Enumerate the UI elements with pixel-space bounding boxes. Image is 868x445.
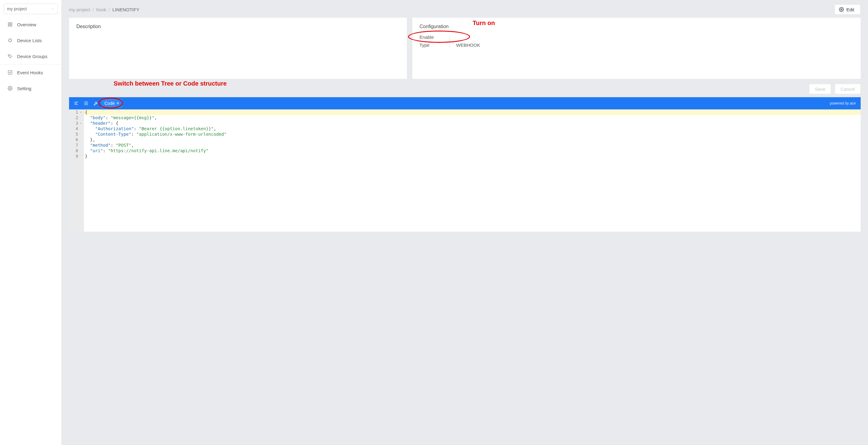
project-selector[interactable]: my project [4, 4, 58, 14]
code-line[interactable]: { [84, 110, 861, 115]
activity-icon [7, 70, 13, 75]
grid-icon [7, 22, 13, 27]
config-key: Type [420, 42, 449, 48]
cards-row: Description Configuration Enable : Type … [62, 18, 868, 79]
code-line[interactable]: "method": "POST", [84, 142, 861, 148]
cancel-button[interactable]: Cancel [835, 84, 861, 94]
line-number: 5 [72, 131, 82, 137]
line-number: 2 [72, 115, 82, 120]
svg-rect-0 [8, 23, 10, 24]
svg-point-12 [841, 9, 842, 10]
line-number: 9 [72, 153, 82, 159]
code-line[interactable]: "uri": "https://notify-api.line.me/api/n… [84, 148, 861, 153]
config-row-type: Type : WEBHOOK [420, 41, 853, 49]
editor-body[interactable]: 1 ▾2 3 ▾4 5 6 7 8 9 { "body": "message={… [69, 110, 861, 232]
code-line[interactable]: "Content-Type": "application/x-www-form-… [84, 131, 861, 137]
format-expand-icon[interactable] [82, 99, 90, 108]
sidebar-item-label: Event Hooks [17, 70, 43, 75]
configuration-card: Configuration Enable : Type : WEBHOOK Tu… [412, 18, 861, 79]
svg-point-11 [9, 88, 11, 89]
sidebar-item-setting[interactable]: Setting [0, 80, 61, 96]
caret-down-icon: ▼ [116, 102, 119, 105]
config-key: Enable [420, 34, 449, 40]
json-editor: Code ▼ powered by ace 1 ▾2 3 ▾4 5 6 7 8 … [69, 97, 861, 232]
sidebar-item-label: Overview [17, 22, 36, 27]
svg-rect-3 [10, 25, 12, 26]
breadcrumb-sep: / [93, 7, 94, 12]
line-number: 4 [72, 126, 82, 131]
description-title: Description [76, 24, 400, 29]
editor-toolbar: Code ▼ powered by ace [69, 97, 861, 110]
tag-icon [7, 54, 13, 59]
save-button[interactable]: Save [809, 84, 831, 94]
svg-rect-4 [9, 39, 11, 41]
sidebar-item-device-lists[interactable]: Device Lists [0, 32, 61, 48]
config-row-enable: Enable : [420, 33, 853, 41]
breadcrumb-item[interactable]: my project [69, 7, 90, 12]
breadcrumb-item-current: LINENOTIFY [113, 7, 139, 12]
chevron-down-icon [51, 7, 54, 11]
line-number: 8 [72, 148, 82, 153]
description-card: Description [69, 18, 407, 79]
line-number: 7 [72, 142, 82, 148]
repair-icon[interactable] [92, 99, 100, 108]
svg-rect-1 [10, 23, 12, 24]
annotation-switch-mode: Switch between Tree or Code structure [114, 80, 227, 87]
editor-code-area[interactable]: { "body": "message={{msg}}", "header": {… [84, 110, 861, 232]
config-colon: : [449, 42, 456, 48]
project-selector-label: my project [7, 6, 27, 11]
topbar: my project / hook / LINENOTIFY Edit [62, 0, 868, 18]
editor-powered-by: powered by ace [830, 101, 858, 106]
config-value: WEBHOOK [456, 42, 853, 48]
configuration-title: Configuration [420, 24, 853, 29]
sidebar: my project Overview Device Lists Device … [0, 0, 62, 445]
editor-action-row: Switch between Tree or Code structure Sa… [62, 79, 868, 97]
editor-gutter: 1 ▾2 3 ▾4 5 6 7 8 9 [69, 110, 84, 232]
gear-icon [7, 86, 13, 91]
code-line[interactable]: "Authorization": "Bearer {{option.lineto… [84, 126, 861, 131]
sidebar-item-device-groups[interactable]: Device Groups [0, 48, 61, 64]
sidebar-item-label: Device Lists [17, 38, 42, 43]
chip-icon [7, 38, 13, 43]
sidebar-item-event-hooks[interactable]: Event Hooks [0, 64, 61, 80]
sidebar-item-label: Device Groups [17, 54, 47, 59]
editor-mode-label: Code [104, 101, 115, 106]
breadcrumb-item[interactable]: hook [96, 7, 106, 12]
line-number: 1 ▾ [72, 110, 82, 115]
svg-point-9 [9, 55, 9, 56]
breadcrumb: my project / hook / LINENOTIFY [69, 7, 139, 12]
format-compact-icon[interactable] [72, 99, 81, 108]
line-number: 6 [72, 137, 82, 142]
gear-icon [839, 7, 844, 12]
sidebar-item-overview[interactable]: Overview [0, 17, 61, 32]
edit-button[interactable]: Edit [834, 4, 861, 15]
main: my project / hook / LINENOTIFY Edit Desc… [62, 0, 868, 445]
breadcrumb-sep: / [109, 7, 110, 12]
line-number: 3 ▾ [72, 120, 82, 126]
code-line[interactable]: } [84, 153, 861, 159]
svg-rect-2 [8, 25, 10, 26]
code-line[interactable]: }, [84, 137, 861, 142]
editor-mode-dropdown[interactable]: Code ▼ [101, 99, 122, 108]
edit-button-label: Edit [846, 7, 854, 12]
code-line[interactable]: "header": { [84, 120, 861, 126]
code-line[interactable]: "body": "message={{msg}}", [84, 115, 861, 120]
sidebar-item-label: Setting [17, 86, 31, 91]
